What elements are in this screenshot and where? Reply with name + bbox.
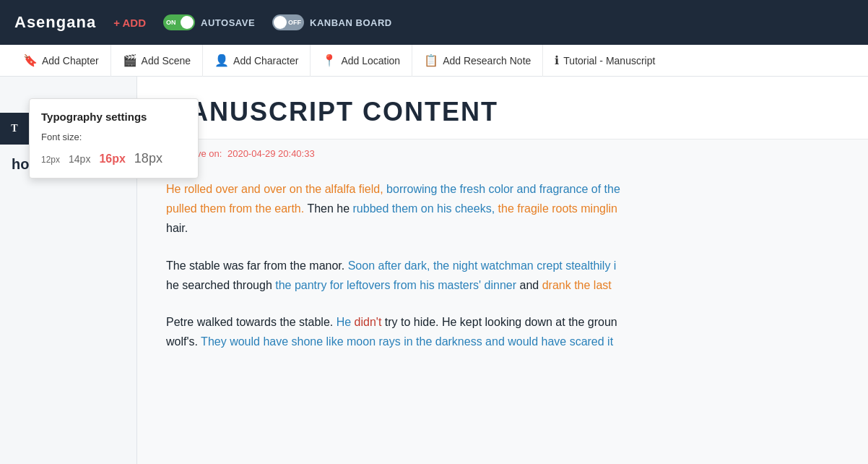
text-orange-1: He rolled over and over on the alfalfa f… <box>166 183 386 195</box>
toolbar-add-research[interactable]: 📋 Add Research Note <box>412 45 543 77</box>
toolbar-tutorial[interactable]: ℹ Tutorial - Manuscript <box>543 45 667 77</box>
font-size-16[interactable]: 16px <box>99 152 125 166</box>
toggle-off-label: OFF <box>288 19 301 26</box>
toolbar-add-scene[interactable]: 🎬 Add Scene <box>111 45 204 77</box>
toggle-on-label: ON <box>166 19 176 26</box>
toolbar: 🔖 Add Chapter 🎬 Add Scene 👤 Add Characte… <box>0 45 868 77</box>
text-blue-6: They would have shone like moon rays in … <box>201 335 613 348</box>
add-chapter-label: Add Chapter <box>42 55 99 66</box>
text-dark-9: wolf's. <box>166 335 201 348</box>
research-icon: 📋 <box>424 53 438 67</box>
text-dark-6: Petre walked towards the stable. <box>166 316 337 328</box>
scene-icon: 🎬 <box>123 53 137 67</box>
font-size-12[interactable]: 12px <box>41 155 60 165</box>
tutorial-label: Tutorial - Manuscript <box>563 55 655 66</box>
text-red-1: didn't <box>355 316 382 328</box>
add-button[interactable]: + ADD <box>113 17 146 29</box>
save-info: Last save on: 2020-04-29 20:40:33 <box>137 139 868 168</box>
text-orange-3: the fragile roots minglin <box>498 202 617 215</box>
text-blue-4: the pantry for leftovers from his master… <box>275 279 516 291</box>
text-orange-4: drank the last <box>542 279 612 291</box>
font-size-14[interactable]: 14px <box>69 153 90 165</box>
text-dark-1: Then he <box>307 202 352 215</box>
add-research-label: Add Research Note <box>443 55 531 66</box>
text-dark-4: he searched through <box>166 279 275 291</box>
text-orange-2: pulled them from the earth. <box>166 202 307 215</box>
toggle-knob-off <box>274 16 287 29</box>
text-dark-7: try to hide. <box>381 316 442 328</box>
text-dark-3: The stable was far from the manor. <box>166 259 348 272</box>
save-date: 2020-04-29 20:40:33 <box>227 148 315 159</box>
add-character-label: Add Character <box>233 55 298 66</box>
typography-button[interactable]: T <box>0 113 29 145</box>
text-blue-1: borrowing the fresh color and fragrance … <box>386 183 620 195</box>
toolbar-add-character[interactable]: 👤 Add Character <box>203 45 311 77</box>
text-blue-5: He <box>337 316 355 328</box>
add-location-label: Add Location <box>341 55 400 66</box>
autosave-toggle[interactable]: ON <box>163 14 195 30</box>
paragraph-3: Petre walked towards the stable. He didn… <box>166 312 839 351</box>
typography-title: Typography settings <box>41 111 186 123</box>
autosave-toggle-group: ON AUTOSAVE <box>163 14 255 30</box>
kanban-toggle-group: OFF KANBAN BOARD <box>272 14 392 30</box>
navbar: Asengana + ADD ON AUTOSAVE OFF KANBAN BO… <box>0 0 868 45</box>
typography-popup: Typography settings Font size: 12px 14px… <box>29 98 199 179</box>
autosave-label: AUTOSAVE <box>201 17 255 28</box>
font-size-label: Font size: <box>41 132 186 142</box>
toolbar-add-chapter[interactable]: 🔖 Add Chapter <box>12 45 111 77</box>
character-icon: 👤 <box>214 53 229 67</box>
text-dark-8: He kept looking down at the groun <box>442 316 617 328</box>
font-size-18[interactable]: 18px <box>134 151 162 166</box>
paragraph-1: He rolled over and over on the alfalfa f… <box>166 179 839 239</box>
kanban-toggle[interactable]: OFF <box>272 14 304 30</box>
text-blue-3: Soon after dark, the night watchman crep… <box>348 259 617 272</box>
location-icon: 📍 <box>322 53 337 67</box>
text-dark-2: hair. <box>166 222 188 234</box>
text-dark-5: and <box>516 279 542 291</box>
font-size-options: 12px 14px 16px 18px <box>41 151 186 166</box>
kanban-label: KANBAN BOARD <box>310 17 392 28</box>
toolbar-add-location[interactable]: 📍 Add Location <box>311 45 412 77</box>
content-text: He rolled over and over on the alfalfa f… <box>137 168 868 380</box>
chapter-icon: 🔖 <box>23 53 38 67</box>
text-blue-2: rubbed them on his cheeks, <box>353 202 498 215</box>
info-icon: ℹ <box>555 53 559 67</box>
add-scene-label: Add Scene <box>142 55 191 66</box>
content-area: MANUSCRIPT CONTENT Last save on: 2020-04… <box>137 77 868 464</box>
main-area: T Typography settings Font size: 12px 14… <box>0 77 868 464</box>
toggle-knob <box>181 16 194 29</box>
manuscript-header: MANUSCRIPT CONTENT <box>137 77 868 139</box>
paragraph-2: The stable was far from the manor. Soon … <box>166 256 839 295</box>
manuscript-title: MANUSCRIPT CONTENT <box>166 97 839 127</box>
app-logo: Asengana <box>14 13 96 32</box>
typography-icon: T <box>11 123 17 134</box>
